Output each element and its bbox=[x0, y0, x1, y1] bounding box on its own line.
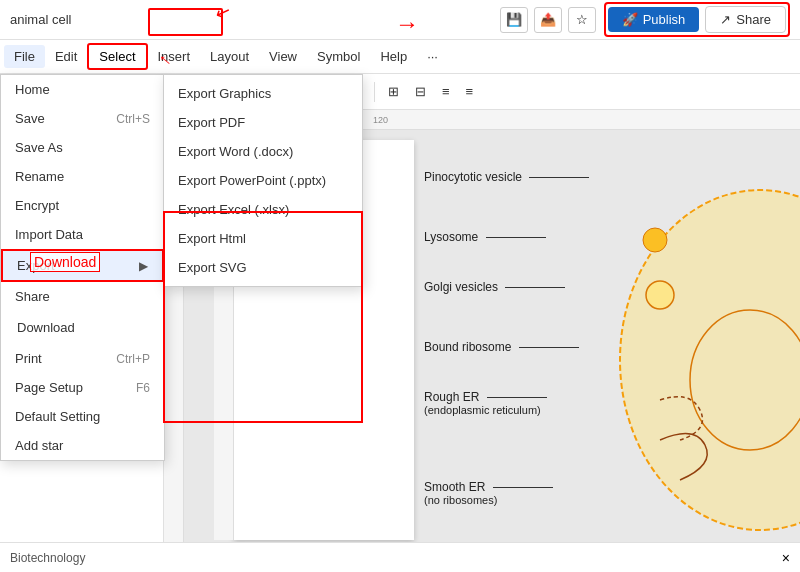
menu-insert[interactable]: Insert bbox=[148, 45, 201, 68]
file-dropdown: Home Save Ctrl+S Save As Rename Encrypt … bbox=[0, 74, 165, 461]
menu-home[interactable]: Home bbox=[1, 75, 164, 104]
menu-edit[interactable]: Edit bbox=[45, 45, 87, 68]
label-bound-ribosome: Bound ribosome bbox=[424, 340, 579, 354]
menu-select[interactable]: Select bbox=[87, 43, 147, 70]
svg-point-3 bbox=[646, 281, 674, 309]
menu-symbol[interactable]: Symbol bbox=[307, 45, 370, 68]
label-line-smoother bbox=[493, 487, 553, 488]
menu-file[interactable]: File bbox=[4, 45, 45, 68]
menu-share[interactable]: Share bbox=[1, 282, 164, 311]
share-icon: ↗ bbox=[720, 12, 731, 27]
label-lysosome: Lysosome bbox=[424, 230, 546, 244]
label-line-golgi bbox=[505, 287, 565, 288]
label-line-ribosome bbox=[519, 347, 579, 348]
menu-export[interactable]: Export ▶ bbox=[1, 249, 164, 282]
export-graphics[interactable]: Export Graphics bbox=[164, 79, 362, 108]
label-rough-er: Rough ER (endoplasmic reticulum) bbox=[424, 390, 547, 416]
label-pinocytotic: Pinocytotic vesicle bbox=[424, 170, 589, 184]
title-icon-group: 💾 📤 ☆ bbox=[500, 7, 596, 33]
star-icon-btn[interactable]: ☆ bbox=[568, 7, 596, 33]
menu-encrypt[interactable]: Encrypt bbox=[1, 191, 164, 220]
menu-help[interactable]: Help bbox=[370, 45, 417, 68]
app-filename: animal cell bbox=[10, 12, 492, 27]
toolbar-grid[interactable]: ⊟ bbox=[409, 81, 432, 102]
bottom-panel-label: Biotechnology bbox=[10, 551, 85, 565]
cell-illustration bbox=[600, 140, 800, 540]
export-arrow-icon: ▶ bbox=[139, 259, 148, 273]
label-line-pinocytotic bbox=[529, 177, 589, 178]
menu-rename[interactable]: Rename bbox=[1, 162, 164, 191]
bottom-close-icon[interactable]: × bbox=[782, 550, 790, 566]
label-line-rougher bbox=[487, 397, 547, 398]
menu-page-setup[interactable]: Page Setup F6 bbox=[1, 373, 164, 402]
menu-save[interactable]: Save Ctrl+S bbox=[1, 104, 164, 133]
label-golgi: Golgi vesicles bbox=[424, 280, 565, 294]
menu-import-data[interactable]: Import Data bbox=[1, 220, 164, 249]
menu-more[interactable]: ··· bbox=[417, 45, 448, 68]
ruler-tick: 120 bbox=[368, 115, 393, 125]
export-excel[interactable]: Export Excel (.xlsx) bbox=[164, 195, 362, 224]
menu-default-setting[interactable]: Default Setting bbox=[1, 402, 164, 431]
toolbar-more1[interactable]: ≡ bbox=[436, 81, 456, 102]
label-smooth-er: Smooth ER (no ribosomes) bbox=[424, 480, 553, 506]
menu-save-as[interactable]: Save As bbox=[1, 133, 164, 162]
label-rough-er-sub: (endoplasmic reticulum) bbox=[424, 404, 547, 416]
toolbar-sep4 bbox=[374, 82, 375, 102]
export-svg[interactable]: Export SVG bbox=[164, 253, 362, 282]
share-icon-btn[interactable]: 📤 bbox=[534, 7, 562, 33]
menu-bar: File Edit Select Insert Layout View Symb… bbox=[0, 40, 800, 74]
title-bar: animal cell 💾 📤 ☆ 🚀 Publish ↗ Share bbox=[0, 0, 800, 40]
menu-add-star[interactable]: Add star bbox=[1, 431, 164, 460]
menu-print[interactable]: Print Ctrl+P bbox=[1, 344, 164, 373]
bottom-bar: Biotechnology × bbox=[0, 542, 800, 572]
share-button[interactable]: ↗ Share bbox=[705, 6, 786, 33]
toolbar-more2[interactable]: ≡ bbox=[460, 81, 480, 102]
svg-point-2 bbox=[643, 228, 667, 252]
label-line-lysosome bbox=[486, 237, 546, 238]
export-pptx[interactable]: Export PowerPoint (.pptx) bbox=[164, 166, 362, 195]
save-icon-btn[interactable]: 💾 bbox=[500, 7, 528, 33]
menu-layout[interactable]: Layout bbox=[200, 45, 259, 68]
export-pdf[interactable]: Export PDF bbox=[164, 108, 362, 137]
toolbar-table[interactable]: ⊞ bbox=[382, 81, 405, 102]
export-dropdown: Export Graphics Export PDF Export Word (… bbox=[163, 74, 363, 287]
menu-download[interactable]: Download bbox=[1, 311, 164, 344]
label-smooth-er-sub: (no ribosomes) bbox=[424, 494, 553, 506]
diagram-area: Pinocytotic vesicle Lysosome Golgi vesic… bbox=[424, 140, 800, 542]
publish-share-group: 🚀 Publish ↗ Share bbox=[604, 2, 790, 37]
export-html[interactable]: Export Html bbox=[164, 224, 362, 253]
publish-icon: 🚀 bbox=[622, 12, 638, 27]
export-word[interactable]: Export Word (.docx) bbox=[164, 137, 362, 166]
menu-view[interactable]: View bbox=[259, 45, 307, 68]
publish-button[interactable]: 🚀 Publish bbox=[608, 7, 700, 32]
